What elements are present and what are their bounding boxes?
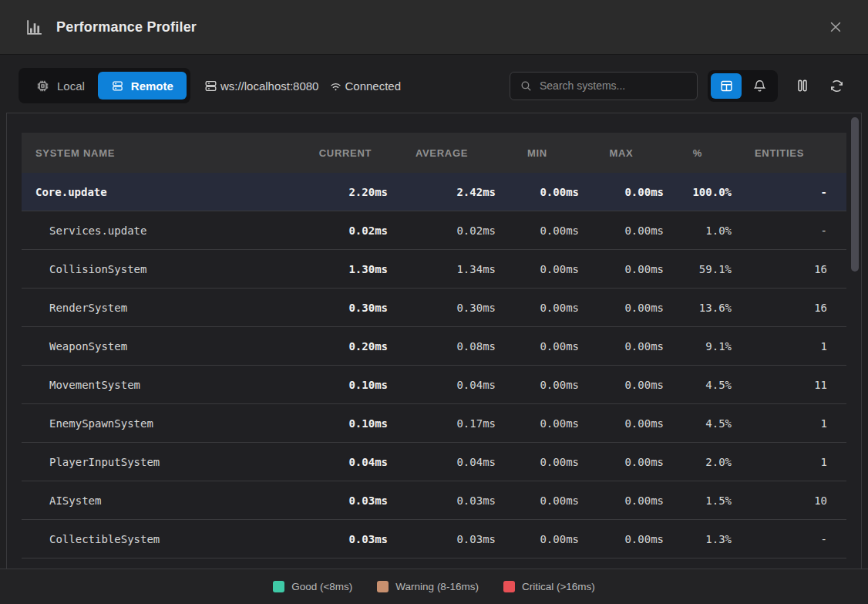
connection-status-label: Connected bbox=[345, 79, 401, 93]
percent-cell: 13.6% bbox=[664, 302, 732, 314]
entities-cell: 1 bbox=[732, 417, 827, 430]
bar-chart-icon bbox=[25, 18, 44, 37]
server-icon bbox=[111, 79, 124, 93]
entities-cell: 16 bbox=[732, 263, 827, 275]
table-row[interactable]: CollisionSystem 1.30ms 1.34ms 0.00ms 0.0… bbox=[22, 250, 846, 289]
percent-cell: 1.5% bbox=[664, 494, 732, 507]
average-cell: 0.30ms bbox=[388, 302, 496, 314]
max-cell: 0.00ms bbox=[579, 379, 664, 391]
entities-cell: 11 bbox=[732, 379, 827, 391]
min-cell: 0.00ms bbox=[496, 494, 579, 507]
max-cell: 0.00ms bbox=[579, 186, 664, 198]
page-title: Performance Profiler bbox=[56, 19, 197, 35]
system-name-cell: Services.update bbox=[35, 224, 303, 237]
performance-profiler-window: Performance Profiler Local bbox=[0, 0, 868, 604]
system-name-cell: AISystem bbox=[35, 494, 303, 507]
column-header-max: MAX bbox=[579, 147, 664, 159]
table-row[interactable]: EnemySpawnSystem 0.10ms 0.17ms 0.00ms 0.… bbox=[22, 404, 846, 443]
percent-cell: 9.1% bbox=[664, 340, 732, 353]
vertical-scrollbar-thumb[interactable] bbox=[851, 117, 859, 272]
average-cell: 0.08ms bbox=[388, 340, 496, 353]
max-cell: 0.00ms bbox=[579, 263, 664, 275]
average-cell: 0.03ms bbox=[388, 533, 496, 545]
entities-cell: - bbox=[732, 224, 827, 237]
percent-cell: 59.1% bbox=[664, 263, 732, 275]
table-body: Core.update 2.20ms 2.42ms 0.00ms 0.00ms … bbox=[22, 173, 846, 558]
min-cell: 0.00ms bbox=[496, 263, 579, 275]
system-name-cell: Core.update bbox=[35, 186, 303, 198]
max-cell: 0.00ms bbox=[579, 494, 664, 507]
max-cell: 0.00ms bbox=[579, 302, 664, 314]
current-cell: 0.02ms bbox=[303, 224, 388, 237]
titlebar: Performance Profiler bbox=[0, 0, 868, 55]
search-box bbox=[510, 72, 698, 100]
entities-cell: 16 bbox=[732, 302, 827, 314]
legend-swatch bbox=[273, 581, 284, 592]
pause-icon bbox=[795, 78, 810, 93]
column-header-min: MIN bbox=[496, 147, 579, 159]
min-cell: 0.00ms bbox=[496, 417, 579, 430]
current-cell: 0.10ms bbox=[303, 379, 388, 391]
legend-label: Good (<8ms) bbox=[291, 581, 352, 592]
max-cell: 0.00ms bbox=[579, 417, 664, 430]
entities-cell: - bbox=[732, 533, 827, 545]
max-cell: 0.00ms bbox=[579, 224, 664, 237]
endpoint-url: ws://localhost:8080 bbox=[220, 79, 319, 93]
legend: Good (<8ms) Warning (8-16ms) Critical (>… bbox=[0, 569, 868, 604]
table-row[interactable]: AISystem 0.03ms 0.03ms 0.00ms 0.00ms 1.5… bbox=[22, 481, 846, 520]
min-cell: 0.00ms bbox=[496, 340, 579, 353]
wifi-icon bbox=[328, 79, 343, 93]
average-cell: 0.02ms bbox=[388, 224, 496, 237]
legend-label: Critical (>16ms) bbox=[522, 581, 595, 592]
legend-swatch bbox=[377, 581, 389, 592]
average-cell: 0.17ms bbox=[388, 417, 496, 430]
table-row[interactable]: Services.update 0.02ms 0.02ms 0.00ms 0.0… bbox=[22, 211, 846, 250]
min-cell: 0.00ms bbox=[496, 456, 579, 468]
current-cell: 0.20ms bbox=[303, 340, 388, 353]
system-name-cell: CollisionSystem bbox=[35, 263, 303, 275]
column-header-current: CURRENT bbox=[303, 147, 388, 159]
current-cell: 0.10ms bbox=[303, 417, 388, 430]
pause-button[interactable] bbox=[789, 73, 816, 99]
current-cell: 2.20ms bbox=[303, 186, 388, 198]
table-header-row: SYSTEM NAME CURRENT AVERAGE MIN MAX % EN… bbox=[22, 133, 846, 173]
legend-item: Good (<8ms) bbox=[273, 581, 352, 592]
system-name-cell: CollectibleSystem bbox=[35, 533, 303, 545]
cpu-chip-icon bbox=[35, 79, 50, 93]
percent-cell: 4.5% bbox=[664, 379, 732, 391]
system-name-cell: RenderSystem bbox=[35, 302, 303, 314]
local-mode-button[interactable]: Local bbox=[22, 72, 98, 100]
column-header-percent: % bbox=[664, 147, 732, 159]
average-cell: 0.04ms bbox=[388, 456, 496, 468]
table-row[interactable]: PlayerInputSystem 0.04ms 0.04ms 0.00ms 0… bbox=[22, 443, 846, 481]
table-row[interactable]: WeaponSystem 0.20ms 0.08ms 0.00ms 0.00ms… bbox=[22, 327, 846, 366]
endpoint: ws://localhost:8080 bbox=[204, 79, 319, 93]
average-cell: 2.42ms bbox=[388, 186, 496, 198]
max-cell: 0.00ms bbox=[579, 340, 664, 353]
connection-status: Connected bbox=[328, 79, 401, 93]
refresh-button[interactable] bbox=[823, 73, 849, 99]
table-row[interactable]: RenderSystem 0.30ms 0.30ms 0.00ms 0.00ms… bbox=[22, 289, 846, 327]
entities-cell: 10 bbox=[732, 494, 827, 507]
entities-cell: 1 bbox=[732, 340, 827, 353]
table-view-button[interactable] bbox=[711, 73, 742, 99]
server-icon bbox=[204, 79, 218, 93]
table-row[interactable]: MovementSystem 0.10ms 0.04ms 0.00ms 0.00… bbox=[22, 366, 846, 404]
table-icon bbox=[719, 79, 734, 93]
current-cell: 0.03ms bbox=[303, 533, 388, 545]
current-cell: 0.30ms bbox=[303, 302, 388, 314]
legend-item: Critical (>16ms) bbox=[503, 581, 595, 592]
bell-icon bbox=[752, 79, 767, 93]
table-row[interactable]: Core.update 2.20ms 2.42ms 0.00ms 0.00ms … bbox=[22, 173, 846, 211]
remote-mode-button[interactable]: Remote bbox=[98, 72, 187, 100]
table-row[interactable]: CollectibleSystem 0.03ms 0.03ms 0.00ms 0… bbox=[22, 520, 846, 558]
entities-cell: 1 bbox=[732, 456, 827, 468]
current-cell: 1.30ms bbox=[303, 263, 388, 275]
close-button[interactable] bbox=[825, 16, 846, 38]
min-cell: 0.00ms bbox=[496, 302, 579, 314]
average-cell: 1.34ms bbox=[388, 263, 496, 275]
average-cell: 0.04ms bbox=[388, 379, 496, 391]
alerts-button[interactable] bbox=[744, 73, 775, 99]
toolbar: Local Remote bbox=[19, 68, 849, 103]
search-input[interactable] bbox=[540, 79, 688, 92]
